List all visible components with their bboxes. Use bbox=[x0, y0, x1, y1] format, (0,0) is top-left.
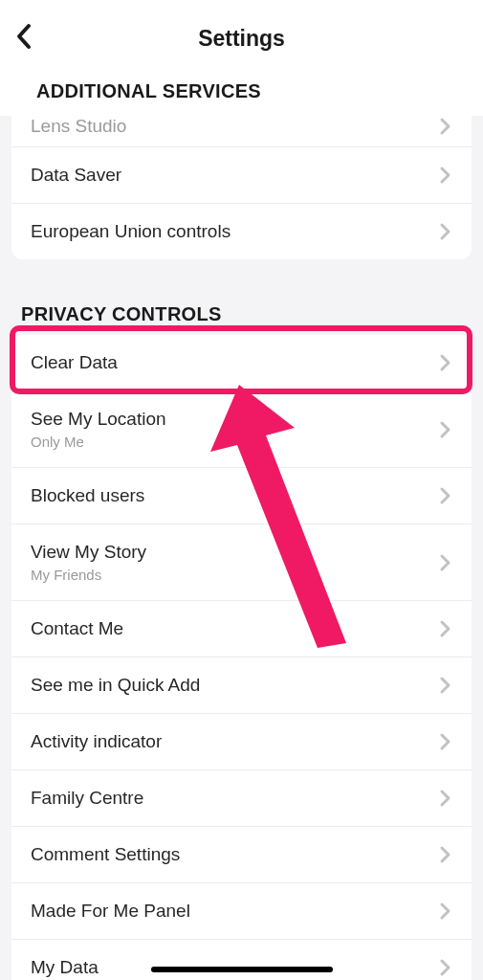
row-label: Lens Studio bbox=[31, 116, 126, 137]
settings-row-view-my-story[interactable]: View My Story My Friends bbox=[11, 523, 472, 600]
chevron-right-icon bbox=[439, 619, 452, 638]
settings-row-quick-add[interactable]: See me in Quick Add bbox=[11, 657, 472, 713]
page-title: Settings bbox=[198, 26, 285, 52]
row-label: Blocked users bbox=[31, 485, 144, 506]
chevron-right-icon bbox=[439, 845, 452, 864]
settings-row-activity-indicator[interactable]: Activity indicator bbox=[11, 713, 472, 769]
settings-row-data-saver[interactable]: Data Saver bbox=[11, 146, 472, 203]
row-label: Comment Settings bbox=[31, 844, 180, 865]
settings-row-comment-settings[interactable]: Comment Settings bbox=[11, 826, 472, 882]
settings-row-see-my-location[interactable]: See My Location Only Me bbox=[11, 390, 472, 467]
settings-row-blocked-users[interactable]: Blocked users bbox=[11, 467, 472, 523]
settings-row-family-centre[interactable]: Family Centre bbox=[11, 769, 472, 826]
row-label: See me in Quick Add bbox=[31, 675, 200, 696]
chevron-right-icon bbox=[439, 420, 452, 439]
section-header-additional: ADDITIONAL SERVICES bbox=[15, 59, 468, 116]
header-bar: Settings ADDITIONAL SERVICES bbox=[0, 0, 483, 116]
chevron-left-icon bbox=[15, 23, 33, 50]
chevron-right-icon bbox=[439, 676, 452, 695]
back-button[interactable] bbox=[15, 23, 33, 54]
row-label: Activity indicator bbox=[31, 731, 162, 752]
chevron-right-icon bbox=[439, 353, 452, 372]
row-label: View My Story bbox=[31, 542, 146, 563]
settings-row-my-data[interactable]: My Data bbox=[11, 939, 472, 980]
settings-row-eu-controls[interactable]: European Union controls bbox=[11, 203, 472, 259]
chevron-right-icon bbox=[439, 166, 452, 185]
chevron-right-icon bbox=[439, 553, 452, 572]
settings-row-lens-studio[interactable]: Lens Studio bbox=[11, 116, 472, 146]
settings-row-clear-data[interactable]: Clear Data bbox=[11, 335, 472, 390]
section-privacy-controls: Clear Data See My Location Only Me Block… bbox=[11, 335, 472, 980]
row-label: Family Centre bbox=[31, 788, 143, 809]
row-label: Made For Me Panel bbox=[31, 901, 190, 922]
row-sublabel: My Friends bbox=[31, 567, 146, 583]
row-label: Contact Me bbox=[31, 618, 123, 639]
row-label: Data Saver bbox=[31, 165, 121, 186]
row-label: See My Location bbox=[31, 409, 166, 430]
chevron-right-icon bbox=[439, 222, 452, 241]
settings-row-contact-me[interactable]: Contact Me bbox=[11, 600, 472, 657]
home-indicator bbox=[151, 967, 333, 972]
chevron-right-icon bbox=[439, 902, 452, 921]
row-label: European Union controls bbox=[31, 221, 231, 242]
settings-row-made-for-me[interactable]: Made For Me Panel bbox=[11, 882, 472, 939]
chevron-right-icon bbox=[439, 732, 452, 751]
chevron-right-icon bbox=[439, 486, 452, 505]
row-label: My Data bbox=[31, 957, 99, 978]
chevron-right-icon bbox=[439, 789, 452, 808]
section-header-privacy: PRIVACY CONTROLS bbox=[0, 259, 483, 335]
chevron-right-icon bbox=[439, 117, 452, 136]
row-label: Clear Data bbox=[31, 352, 118, 373]
row-sublabel: Only Me bbox=[31, 434, 166, 450]
section-additional-services: Lens Studio Data Saver European Union co… bbox=[11, 116, 472, 259]
chevron-right-icon bbox=[439, 958, 452, 977]
